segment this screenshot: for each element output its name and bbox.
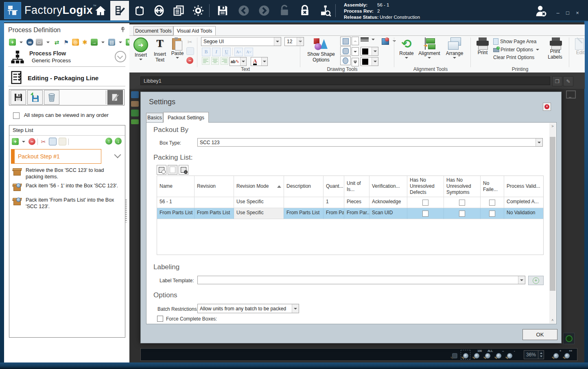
col-revision[interactable]: Revision [195,176,234,197]
deploy-icon[interactable]: → [91,39,98,46]
ok-button[interactable]: OK [522,329,557,340]
collapse-section-icon[interactable] [115,51,126,62]
col-unit[interactable]: Unit of Is... [344,176,369,197]
line-style-picker[interactable] [361,37,376,42]
move-down-icon[interactable]: ↓ [115,138,122,145]
add-dropdown-icon[interactable] [20,42,23,43]
insert-button[interactable]: ➜ Insert [132,37,150,60]
col-name[interactable]: Name [157,176,195,197]
alignment-button[interactable]: Alignment [417,37,442,59]
printer-options-button[interactable]: ? Printer Options [493,47,540,53]
col-revision-mode[interactable]: Revision Mode [234,176,284,197]
process-editor-button[interactable] [110,1,129,20]
cell-revision-mode[interactable]: Use Specific [234,208,284,219]
zoom-in-icon[interactable]: + [551,350,560,359]
print-labels-button[interactable]: Print Labels [545,37,565,60]
zoom-in-more-icon[interactable]: ++ [562,350,571,359]
highlight-color-picker[interactable]: ab ✎ [230,57,247,66]
tab-packout-settings[interactable]: Packout Settings [163,112,209,123]
green-indicator-button[interactable] [563,333,575,344]
zoom-spin-buttons[interactable] [538,351,544,359]
cell-unit[interactable]: From Par... [344,208,369,219]
cut-icon[interactable]: ✂ [40,138,47,145]
col-process-validation[interactable]: Process Valid... [504,176,543,197]
image-picker[interactable] [382,37,397,45]
cell-has-no-defects[interactable] [407,208,444,219]
shape-rounded-button[interactable] [340,46,351,55]
fit-screen-icon[interactable] [566,90,576,99]
lock-close-button[interactable] [295,1,314,20]
delete-button[interactable] [44,90,59,105]
zoom-out-icon[interactable]: - [505,350,514,359]
save-button[interactable] [213,1,232,20]
no-failed-checkbox[interactable] [489,211,495,217]
cut-icon[interactable]: ✂ [186,38,193,45]
cell-no-failed[interactable] [481,208,504,219]
board-icon[interactable]: ⚑ [63,39,70,46]
align-center-button[interactable] [211,57,219,65]
deploy-dropdown-icon[interactable] [101,42,105,43]
cell-has-no-symptoms[interactable] [444,197,481,208]
edit-button[interactable]: Edit [572,37,588,55]
bell-icon[interactable]: ◎ [72,39,79,46]
bold-button[interactable]: B [202,48,210,56]
cell-revision[interactable] [195,197,234,208]
pages-button[interactable]: ❐ [552,76,562,86]
print-dropdown-icon[interactable] [46,42,50,43]
canvas-pan-tool-icon[interactable] [131,101,139,107]
arrange-button[interactable]: Arrange [443,37,466,59]
copy-icon[interactable] [186,47,194,55]
col-has-no-defects[interactable]: Has No Unresolved Defects [407,176,444,197]
shuffle-icon[interactable]: ⇄ [53,39,60,46]
grow-font-button[interactable]: A˄ [234,48,243,56]
table-row-selected[interactable]: From Parts List From Parts List Use Spec… [157,208,543,219]
col-quantity[interactable]: Quant... [324,176,344,197]
paste-icon[interactable] [59,138,66,145]
line-color-picker[interactable] [361,57,378,66]
symptoms-checkbox[interactable] [459,200,465,206]
cell-description[interactable] [284,197,324,208]
remove-part-icon[interactable]: − [179,165,188,175]
col-has-no-symptoms[interactable]: Has No Unresolved Symptoms [444,176,481,197]
cell-has-no-defects[interactable] [407,197,444,208]
cell-name[interactable]: From Parts List [157,208,195,219]
tab-basics[interactable]: Basics [146,113,163,123]
step-chevron-icon[interactable] [114,152,121,158]
show-page-area-button[interactable]: Show Page Area [493,38,540,45]
selected-step[interactable]: Packout Step #1 [11,149,101,164]
font-size-select[interactable]: 12 [284,37,304,46]
save-process-button[interactable] [11,90,26,105]
cell-unit[interactable]: Pieces [344,197,369,208]
tab-document-tools[interactable]: Document Tools [133,26,173,35]
view-order-option[interactable]: All steps can be viewed in any order [13,112,109,119]
back-button[interactable] [234,1,253,20]
paste-button[interactable]: Paste [169,37,186,59]
cell-revision-mode[interactable]: Use Specific [234,197,284,208]
zoom-100-icon[interactable]: 100 [472,350,481,359]
user-logout-icon[interactable] [534,4,548,20]
batch-restrictions-select[interactable]: Allow units from any batch to be packed [197,304,299,313]
force-complete-checkbox[interactable] [157,316,163,322]
label-template-select[interactable] [197,276,525,284]
clear-print-options-button[interactable]: Clear Print Options [493,55,540,60]
zoom-level-spinner[interactable]: 36% [524,350,544,359]
force-complete-boxes-option[interactable]: Force Complete Boxes: [157,316,217,322]
show-shape-options-button[interactable]: Show Shape Options [304,37,339,63]
step-item[interactable]: Pack item 'From Parts List' into the Box… [13,197,119,210]
fill-color-picker[interactable] [361,47,378,56]
parts-list-icon[interactable] [168,165,177,175]
cell-process-validation[interactable]: No Validation [504,208,543,219]
align-left-button[interactable] [202,57,210,65]
col-verification[interactable]: Verification... [369,176,407,197]
feeder-button[interactable] [130,1,149,20]
move-up-icon[interactable]: ↑ [105,138,112,145]
minimize-button[interactable]: – [553,10,562,16]
cell-no-failed[interactable] [481,197,504,208]
rotate-button[interactable]: ⟲ Rotate [397,37,416,59]
zoom-all-icon[interactable]: ALL [483,350,492,359]
sync-button[interactable] [150,1,168,20]
spin-down-icon[interactable] [540,356,542,357]
scroll-down-icon[interactable]: ˄ [549,317,556,323]
forward-button[interactable] [255,1,273,20]
cell-verification[interactable]: Scan UID [369,208,407,219]
